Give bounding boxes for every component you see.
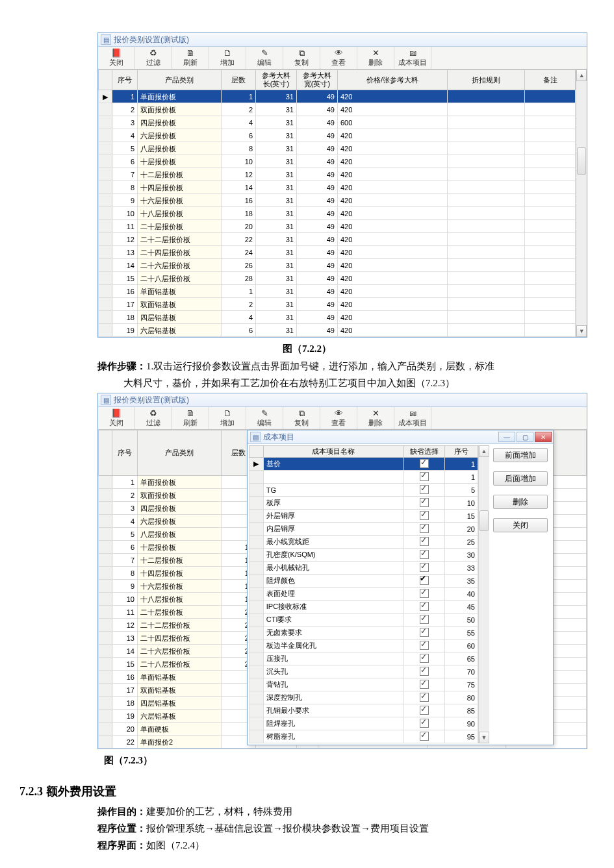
cell-seq[interactable]: 15 [112,658,138,671]
col-seq[interactable]: 序号 [112,70,138,90]
cell-seq[interactable]: 20 [112,723,138,736]
cell-category[interactable]: 单面铝基板 [138,285,222,298]
cell-category[interactable]: 二十二层报价板 [138,233,222,246]
cell-category[interactable]: 二十四层报价板 [138,632,222,645]
cell-remark[interactable] [525,103,576,116]
cell-ref-len[interactable]: 31 [256,142,297,155]
scroll-thumb[interactable] [577,147,586,175]
cell-price[interactable]: 420 [338,129,448,142]
cell-layers[interactable]: 20 [222,220,256,233]
cost-item-name[interactable]: 孔密度(K/SQM) [263,549,403,562]
cell-ref-len[interactable]: 31 [256,129,297,142]
default-checkbox-cell[interactable] [404,691,445,704]
cell-ref-wid[interactable]: 49 [297,129,338,142]
cell-category[interactable]: 单面报价板 [138,476,222,489]
cell-seq[interactable]: 13 [112,246,138,259]
cell-price[interactable]: 420 [338,207,448,220]
cell-category[interactable]: 单面铝基板 [138,671,222,684]
checkbox-icon[interactable] [420,524,429,533]
cell-seq[interactable]: 4 [112,515,138,528]
default-checkbox-cell[interactable] [404,484,445,497]
cost-item-name[interactable]: TG [263,484,403,497]
cell-seq[interactable]: 3 [112,116,138,129]
table-row[interactable]: 14二十六层报价板263149420 [99,259,576,272]
col-remark[interactable]: 备注 [525,70,576,90]
cost-item-name[interactable]: 深度控制孔 [263,691,403,704]
default-checkbox-cell[interactable] [404,717,445,730]
cell-ref-len[interactable]: 31 [256,246,297,259]
cell-category[interactable]: 二十层报价板 [138,220,222,233]
cell-category[interactable]: 十四层报价板 [138,181,222,194]
cost-item-name[interactable]: 最小线宽线距 [263,536,403,549]
view-button[interactable]: 👁查看 [320,47,357,69]
default-checkbox-cell[interactable] [404,652,445,665]
table-row[interactable]: 7十二层报价板123149420 [99,168,576,181]
list-item[interactable]: 1 [249,471,478,484]
checkbox-icon[interactable] [420,576,429,585]
table-row[interactable]: 8十四层报价板143149420 [99,181,576,194]
cell-discount[interactable] [448,155,525,168]
list-item[interactable]: 孔密度(K/SQM)30 [249,549,478,562]
close-button[interactable]: 关闭 [493,518,548,532]
cost-item-name[interactable]: 表面处理 [263,588,403,601]
table-row[interactable]: 18四层铝基板43149420 [99,311,576,324]
table-row[interactable]: 5八层报价板83149420 [99,142,576,155]
checkbox-icon[interactable] [420,550,429,559]
titlebar[interactable]: ▤ 报价类别设置(测试版) [98,393,587,407]
cell-ref-wid[interactable]: 49 [297,116,338,129]
default-checkbox-cell[interactable] [404,562,445,575]
filter-button[interactable]: ♻过滤 [135,407,172,429]
checkbox-icon[interactable] [420,654,429,663]
checkbox-icon[interactable] [420,589,429,598]
checkbox-icon[interactable] [420,615,429,624]
cell-discount[interactable] [448,246,525,259]
cell-remark[interactable] [525,246,576,259]
cell-seq[interactable]: 3 [112,502,138,515]
scroll-thumb[interactable] [480,510,489,531]
cell-discount[interactable] [448,181,525,194]
cell-remark[interactable] [525,129,576,142]
close-button[interactable]: 📕关闭 [98,47,135,69]
cell-layers[interactable]: 22 [222,233,256,246]
cell-layers[interactable]: 4 [222,311,256,324]
cell-category[interactable]: 二十六层报价板 [138,259,222,272]
list-item[interactable]: 内层铜厚20 [249,523,478,536]
checkbox-icon[interactable] [420,563,429,572]
checkbox-icon[interactable] [420,498,429,507]
cell-seq[interactable]: 19 [112,710,138,723]
cost-item-name[interactable]: IPC接收标准 [263,601,403,614]
col-seq[interactable]: 序号 [112,430,138,476]
cell-category[interactable]: 二十四层报价板 [138,246,222,259]
scroll-up-icon[interactable]: ▲ [479,445,489,457]
default-checkbox-cell[interactable] [404,601,445,614]
cell-category[interactable]: 十二层报价板 [138,554,222,567]
default-checkbox-cell[interactable] [404,549,445,562]
cell-seq[interactable]: 16 [112,285,138,298]
cell-discount[interactable] [448,207,525,220]
cell-category[interactable]: 六层铝基板 [138,710,222,723]
list-item[interactable]: 最小线宽线距25 [249,536,478,549]
cell-remark[interactable] [525,311,576,324]
table-row[interactable]: 15二十八层报价板283149420 [99,272,576,285]
cost-item-seq[interactable]: 20 [445,523,478,536]
cell-ref-wid[interactable]: 49 [297,246,338,259]
cell-seq[interactable]: 14 [112,645,138,658]
list-item[interactable]: 树脂塞孔95 [249,730,478,743]
list-item[interactable]: 板厚10 [249,497,478,510]
col-cost-name[interactable]: 成本项目名称 [263,446,403,458]
cost-item-seq[interactable]: 95 [445,730,478,743]
table-row[interactable]: 6十层报价板103149420 [99,155,576,168]
cell-seq[interactable]: 6 [112,541,138,554]
list-item[interactable]: 最小机械钻孔33 [249,562,478,575]
cost-item-seq[interactable]: 75 [445,678,478,691]
cell-category[interactable]: 四层报价板 [138,116,222,129]
cost-item-seq[interactable]: 70 [445,665,478,678]
cell-ref-len[interactable]: 31 [256,90,297,103]
list-item[interactable]: 压接孔65 [249,652,478,665]
view-button[interactable]: 👁查看 [320,407,357,429]
cell-category[interactable]: 十二层报价板 [138,168,222,181]
cell-seq[interactable]: 7 [112,554,138,567]
cell-category[interactable]: 十四层报价板 [138,567,222,580]
col-default[interactable]: 缺省选择 [404,446,445,458]
default-checkbox-cell[interactable] [404,639,445,652]
